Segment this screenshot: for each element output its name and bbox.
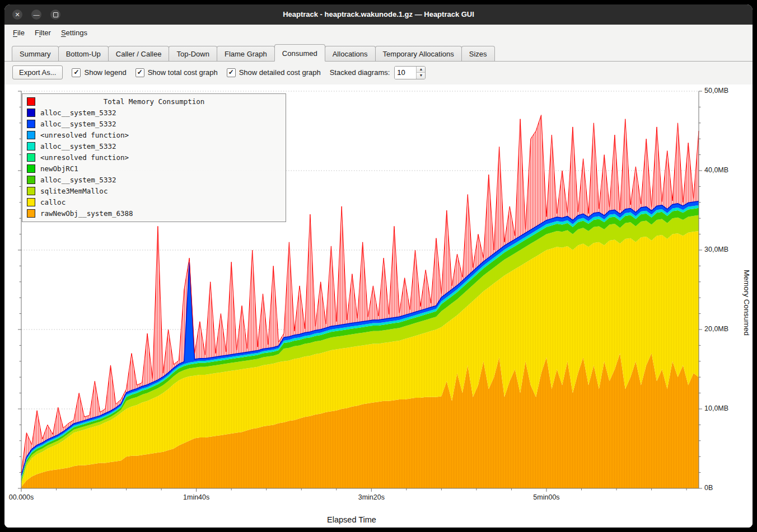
toolbar-checkboxes: ✓Show legend✓Show total cost graph✓Show … [72,68,320,77]
legend-color-swatch [27,97,35,106]
y-tick-label: 10,0MB [704,404,728,412]
y-tick-label: 40,0MB [704,166,728,174]
tab-flame-graph[interactable]: Flame Graph [217,46,275,61]
legend-item-label: calloc [40,198,66,206]
export-as-button[interactable]: Export As... [12,65,63,79]
legend-item: <unresolved function> [26,129,282,140]
legend-item-label: <unresolved function> [40,153,129,162]
tab-top-down[interactable]: Top-Down [169,46,217,61]
checkbox-box-icon: ✓ [227,68,236,77]
legend-item-label: alloc__system_5332 [40,120,116,128]
stacked-diagrams-input[interactable] [395,67,416,79]
y-tick-label: 20,0MB [704,325,728,333]
legend-title: Total Memory Consumption [40,97,268,106]
menu-item-settings[interactable]: Settings [56,26,92,39]
tab-sizes[interactable]: Sizes [461,46,495,61]
legend-color-swatch [27,131,35,139]
legend-item: alloc__system_5332 [26,118,282,129]
checkbox-label: Show detailed cost graph [239,68,321,77]
spin-down-button[interactable]: ▼ [417,73,425,79]
checkbox-box-icon: ✓ [72,68,81,77]
checkbox-show-detailed-cost-graph[interactable]: ✓Show detailed cost graph [227,68,321,77]
tab-consumed[interactable]: Consumed [274,44,325,62]
window-controls: ✕ — [12,10,60,20]
spin-up-button[interactable]: ▲ [417,67,425,73]
legend-color-swatch [27,142,35,150]
stacked-diagrams-spinbox[interactable]: ▲ ▼ [394,66,426,79]
tab-bottom-up[interactable]: Bottom-Up [58,46,109,61]
x-axis-title: Elapsed Time [4,515,699,524]
chart-pane: 00.000s1min40s3min20s5min00s 50,0MB40,0M… [4,84,753,528]
legend-item-label: alloc__system_5332 [40,142,116,150]
legend-item: newObjRC1 [26,163,282,174]
legend-color-swatch [27,120,35,128]
x-tick-label: 1min40s [183,493,209,501]
checkbox-show-total-cost-graph[interactable]: ✓Show total cost graph [135,68,218,77]
menu-item-file[interactable]: File [8,26,30,39]
menu-bar: FileFilterSettings [4,25,753,40]
tab-bar: SummaryBottom-UpCaller / CalleeTop-DownF… [4,40,753,62]
y-tick-label: 30,0MB [704,246,728,253]
legend-item-label: alloc__system_5332 [40,176,116,184]
legend-item-label: sqlite3MemMalloc [40,187,108,195]
tab-temporary-allocations[interactable]: Temporary Allocations [375,46,462,61]
stacked-diagrams-label: Stacked diagrams: [330,68,390,77]
checkbox-label: Show total cost graph [148,68,218,77]
maximize-button[interactable] [50,10,60,20]
x-tick-label: 5min00s [533,493,559,501]
minimize-button[interactable]: — [31,10,41,20]
x-tick-label: 3min20s [358,493,385,501]
legend-color-swatch [27,198,35,206]
checkbox-box-icon: ✓ [135,68,144,77]
tab-summary[interactable]: Summary [12,46,59,61]
app-window: ✕ — Heaptrack - heaptrack.wakunode.1.gz … [4,4,753,528]
legend-item: alloc__system_5332 [26,140,282,152]
legend-color-swatch [27,187,35,195]
title-bar[interactable]: ✕ — Heaptrack - heaptrack.wakunode.1.gz … [4,4,753,25]
legend-item-label: <unresolved function> [40,131,129,139]
y-tick-label: 0B [704,484,713,492]
legend-color-swatch [27,176,35,184]
toolbar: Export As... ✓Show legend✓Show total cos… [4,62,753,84]
checkbox-show-legend[interactable]: ✓Show legend [72,68,126,77]
menu-item-filter[interactable]: Filter [30,26,56,39]
legend-item: alloc__system_5332 [26,107,282,118]
legend-item-label: alloc__system_5332 [40,109,116,117]
legend-item-label: rawNewObj__system_6388 [40,209,133,218]
legend-item: alloc__system_5332 [26,174,282,185]
legend-color-swatch [27,153,35,162]
legend-item: calloc [26,196,282,208]
close-button[interactable]: ✕ [12,10,22,20]
legend-color-swatch [27,164,35,173]
legend-title-row: Total Memory Consumption [26,96,282,107]
legend-item: <unresolved function> [26,152,282,163]
legend-item: rawNewObj__system_6388 [26,208,282,219]
tab-allocations[interactable]: Allocations [325,46,376,61]
legend-color-swatch [27,209,35,218]
maximize-icon [53,12,58,17]
legend-color-swatch [27,109,35,117]
stacked-diagrams-group: Stacked diagrams: ▲ ▼ [330,66,426,79]
chart-legend: Total Memory Consumptionalloc__system_53… [22,93,286,222]
y-axis-title: Memory Consumed [742,270,751,336]
x-tick-label: 00.000s [9,493,34,501]
y-tick-label: 50,0MB [704,87,728,95]
legend-item: sqlite3MemMalloc [26,185,282,196]
spinbox-buttons: ▲ ▼ [416,67,425,79]
tab-caller-callee[interactable]: Caller / Callee [108,46,170,61]
legend-item-label: newObjRC1 [40,164,78,173]
window-title: Heaptrack - heaptrack.wakunode.1.gz — He… [4,4,753,25]
checkbox-label: Show legend [84,68,126,77]
